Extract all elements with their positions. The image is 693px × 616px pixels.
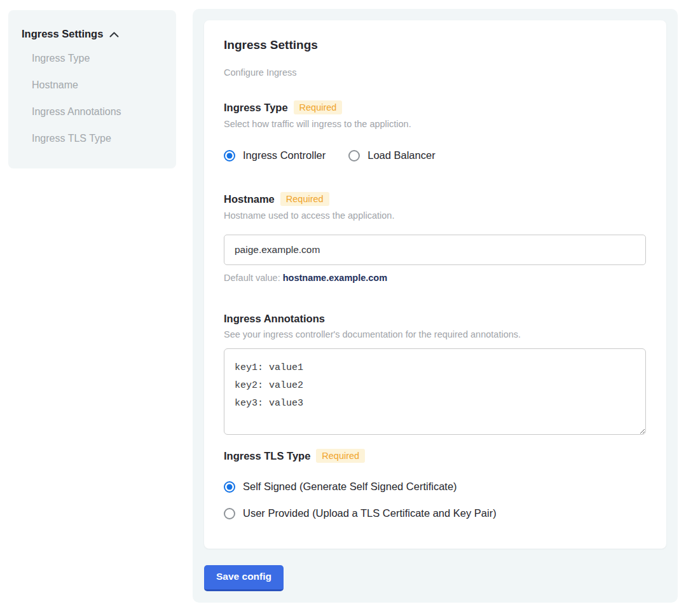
section-hostname: Hostname Required Hostname used to acces… (224, 192, 647, 283)
radio-ingress-controller-label: Ingress Controller (243, 149, 326, 161)
sidebar-section-title: Ingress Settings (22, 28, 103, 40)
page-subtitle: Configure Ingress (224, 67, 647, 78)
hostname-help: Hostname used to access the application. (224, 210, 647, 221)
save-config-button[interactable]: Save config (204, 565, 284, 591)
section-ingress-annotations: Ingress Annotations See your ingress con… (224, 313, 647, 435)
sidebar-section-ingress-settings[interactable]: Ingress Settings (22, 28, 163, 40)
radio-user-provided[interactable]: User Provided (Upload a TLS Certificate … (224, 507, 647, 519)
ingress-tls-type-label: Ingress TLS Type (224, 450, 310, 462)
ingress-annotations-textarea[interactable]: key1: value1 key2: value2 key3: value3 (224, 348, 646, 435)
default-value-label: Default value: (224, 273, 283, 283)
settings-sidebar: Ingress Settings Ingress Type Hostname I… (8, 10, 176, 168)
radio-unselected-icon[interactable] (224, 508, 235, 519)
section-ingress-type: Ingress Type Required Select how traffic… (224, 100, 647, 161)
sidebar-item-ingress-tls-type[interactable]: Ingress TLS Type (22, 133, 163, 144)
hostname-label: Hostname (224, 193, 275, 205)
ingress-annotations-label: Ingress Annotations (224, 313, 325, 325)
radio-unselected-icon[interactable] (348, 150, 360, 161)
required-badge: Required (280, 192, 329, 206)
page-title: Ingress Settings (224, 38, 647, 52)
ingress-type-help: Select how traffic will ingress to the a… (224, 119, 647, 129)
radio-load-balancer-label: Load Balancer (367, 149, 435, 161)
required-badge: Required (316, 449, 365, 463)
sidebar-item-hostname[interactable]: Hostname (22, 79, 163, 91)
ingress-settings-card: Ingress Settings Configure Ingress Ingre… (204, 20, 666, 549)
radio-user-provided-label: User Provided (Upload a TLS Certificate … (243, 507, 497, 519)
ingress-type-label: Ingress Type (224, 102, 288, 114)
radio-selected-icon[interactable] (224, 481, 235, 493)
ingress-annotations-help: See your ingress controller's documentat… (224, 329, 647, 339)
radio-ingress-controller[interactable]: Ingress Controller (224, 149, 326, 161)
ingress-type-radio-group: Ingress Controller Load Balancer (224, 149, 647, 161)
ingress-settings-panel: Ingress Settings Configure Ingress Ingre… (193, 9, 678, 603)
sidebar-item-ingress-annotations[interactable]: Ingress Annotations (22, 106, 163, 118)
radio-load-balancer[interactable]: Load Balancer (348, 149, 435, 161)
chevron-up-icon (109, 32, 119, 38)
hostname-default-line: Default value: hostname.example.com (224, 273, 647, 283)
radio-self-signed-label: Self Signed (Generate Self Signed Certif… (243, 481, 457, 493)
radio-self-signed[interactable]: Self Signed (Generate Self Signed Certif… (224, 481, 647, 493)
required-badge: Required (294, 100, 343, 114)
sidebar-item-ingress-type[interactable]: Ingress Type (22, 53, 163, 64)
tls-type-radio-group: Self Signed (Generate Self Signed Certif… (224, 481, 647, 519)
hostname-input[interactable] (224, 235, 646, 265)
default-value-text: hostname.example.com (283, 273, 387, 283)
radio-selected-icon[interactable] (224, 150, 235, 161)
section-ingress-tls-type: Ingress TLS Type Required Self Signed (G… (224, 449, 647, 519)
